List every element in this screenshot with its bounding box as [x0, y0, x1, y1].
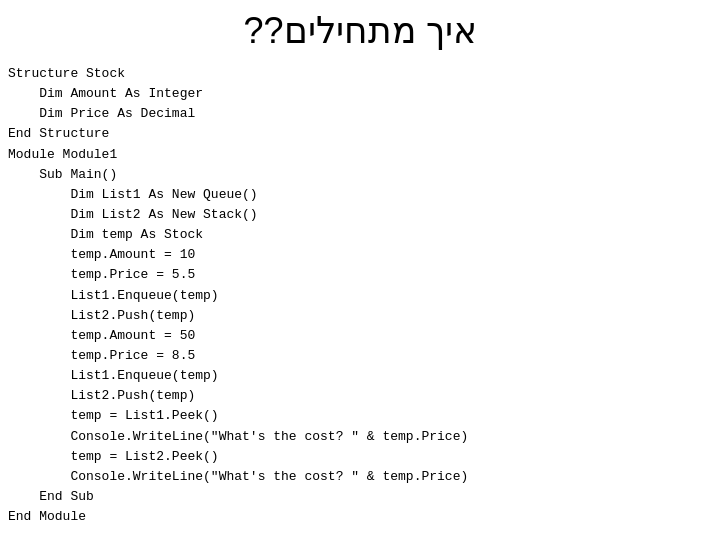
page-title: איך מתחילים?? — [8, 10, 712, 52]
code-line: Sub Main() — [8, 165, 712, 185]
page-container: איך מתחילים?? Structure Stock Dim Amount… — [0, 0, 720, 540]
code-line: Console.WriteLine("What's the cost? " & … — [8, 427, 712, 447]
code-line: Console.WriteLine("What's the cost? " & … — [8, 467, 712, 487]
code-line: Dim List1 As New Queue() — [8, 185, 712, 205]
code-line: temp.Amount = 10 — [8, 245, 712, 265]
code-line: End Structure — [8, 124, 712, 144]
code-line: temp.Amount = 50 — [8, 326, 712, 346]
code-line: End Sub — [8, 487, 712, 507]
code-line: temp.Price = 8.5 — [8, 346, 712, 366]
code-line: List1.Enqueue(temp) — [8, 366, 712, 386]
code-line: temp = List2.Peek() — [8, 447, 712, 467]
code-line: Dim Price As Decimal — [8, 104, 712, 124]
code-line: List2.Push(temp) — [8, 306, 712, 326]
code-line: Dim List2 As New Stack() — [8, 205, 712, 225]
code-block: Structure Stock Dim Amount As Integer Di… — [8, 64, 712, 527]
code-line: List2.Push(temp) — [8, 386, 712, 406]
code-line: Structure Stock — [8, 64, 712, 84]
code-line: temp.Price = 5.5 — [8, 265, 712, 285]
code-line: Module Module1 — [8, 145, 712, 165]
code-line: List1.Enqueue(temp) — [8, 286, 712, 306]
code-line: temp = List1.Peek() — [8, 406, 712, 426]
code-line: End Module — [8, 507, 712, 527]
code-line: Dim temp As Stock — [8, 225, 712, 245]
code-line: Dim Amount As Integer — [8, 84, 712, 104]
